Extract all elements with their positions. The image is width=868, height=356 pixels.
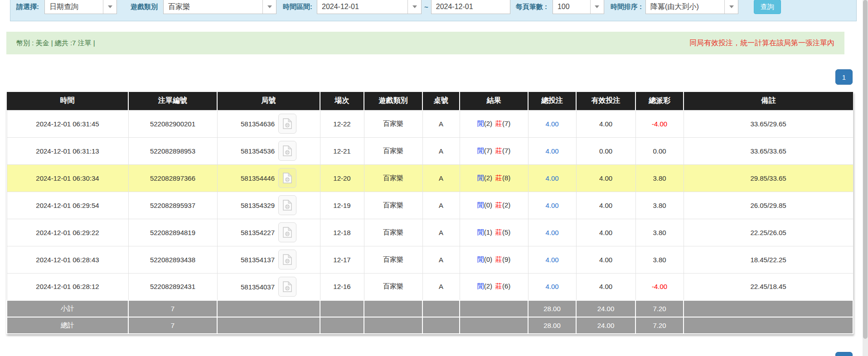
cell-valid-bet: 4.00 [576,110,635,137]
banker-result-label: 莊 [495,147,502,154]
video-replay-button[interactable] [278,277,296,297]
cell-table-number: A [422,219,460,246]
cell-valid-bet: 4.00 [576,273,635,300]
subtotal-valid-bet: 24.00 [576,300,635,317]
game-type-select[interactable]: 百家樂 [163,0,276,14]
cell-remark: 22.45/18.45 [684,273,853,300]
cell-result: 閒(2)莊(8) [460,164,528,192]
chevron-down-icon [590,0,604,14]
video-replay-button[interactable] [278,222,296,242]
header-payout: 總派彩 [635,92,684,110]
video-replay-button[interactable] [278,141,296,161]
cell-payout: 3.80 [635,219,684,246]
player-result-value: (2) [484,282,492,290]
cell-round-number: 581354137 [217,246,320,273]
cell-table-number: A [422,110,460,137]
scrollbar-thumb[interactable] [863,0,868,339]
total-bet-link[interactable]: 4.00 [545,229,558,236]
banker-result-label: 莊 [495,174,502,182]
cell-game-type: 百家樂 [364,273,422,300]
video-replay-button[interactable] [278,168,296,188]
cell-remark: 29.85/33.65 [684,164,853,192]
round-number: 581354037 [241,283,275,290]
cell-bet-number: 522082898953 [128,137,217,164]
total-bet-link[interactable]: 4.00 [545,256,558,264]
round-number: 581354329 [241,202,275,209]
cell-payout: 0.00 [635,137,684,164]
cell-table-number: A [422,246,460,273]
cell-bet-number: 522082895937 [128,192,217,219]
page-size-label: 每頁筆數 : [516,3,547,11]
round-number: 581354636 [241,120,275,128]
date-to-value: 2024-12-01 [432,0,510,14]
cell-session: 12-17 [320,246,364,273]
cell-valid-bet: 4.00 [576,219,635,246]
grand-total-payout: 7.20 [635,317,684,334]
total-bet-link[interactable]: 4.00 [545,202,558,209]
cell-session: 12-22 [320,110,364,137]
query-type-select[interactable]: 日期查詢 [44,0,117,14]
cell-game-type: 百家樂 [364,246,422,273]
table-footer: 小計 7 28.00 24.00 7.20 總計 7 28.00 24.00 7… [7,300,853,334]
cell-result: 閒(1)莊(5) [460,219,528,246]
header-bet-number: 注單編號 [128,92,217,110]
cell-round-number: 581354636 [217,110,320,137]
cell-valid-bet: 0.00 [576,137,635,164]
banker-result-label: 莊 [495,228,502,236]
banker-result-label: 莊 [495,255,502,263]
cell-payout: 3.80 [635,192,684,219]
cell-payout: -4.00 [635,110,684,137]
date-to-input[interactable]: 2024-12-01 [431,0,510,14]
total-bet-link[interactable]: 4.00 [545,283,558,290]
cell-bet-number: 522082897366 [128,164,217,192]
player-result-value: (0) [484,201,492,209]
cell-total-bet: 4.00 [528,110,576,137]
table-row: 2024-12-01 06:31:13 522082898953 5813545… [7,137,853,164]
banker-result-value: (9) [502,255,510,263]
banker-result-value: (2) [502,201,510,209]
pagination-bottom: 1 [835,352,853,356]
page-1-button[interactable]: 1 [835,352,853,356]
date-from-value: 2024-12-01 [317,0,407,14]
range-tilde: ~ [424,3,428,11]
video-file-icon [283,254,292,265]
banker-result-value: (7) [502,147,510,154]
player-result-label: 閒 [477,120,484,127]
page-1-button[interactable]: 1 [835,69,853,85]
pagination-top: 1 [835,69,853,85]
cell-total-bet: 4.00 [528,246,576,273]
total-bet-link[interactable]: 4.00 [545,120,558,128]
total-bet-link[interactable]: 4.00 [545,174,558,182]
video-file-icon [283,145,292,156]
cell-payout: -4.00 [635,273,684,300]
table-row: 2024-12-01 06:31:45 522082900201 5813546… [7,110,853,137]
total-bet-link[interactable]: 4.00 [545,147,558,155]
date-from-input[interactable]: 2024-12-01 [317,0,422,14]
scrollbar[interactable] [863,0,868,356]
time-order-label: 時間排序 : [611,3,642,11]
subtotal-count: 7 [128,300,217,317]
cell-time: 2024-12-01 06:29:22 [7,219,128,246]
cell-valid-bet: 4.00 [576,192,635,219]
video-replay-button[interactable] [278,195,296,215]
query-button[interactable]: 查詢 [754,0,781,14]
cell-payout: 3.80 [635,164,684,192]
video-replay-button[interactable] [278,250,296,269]
time-order-select[interactable]: 降冪(由大到小) [645,0,738,14]
table-row: 2024-12-01 06:30:34 522082897366 5813544… [7,164,853,192]
cell-round-number: 581354536 [217,137,320,164]
cell-remark: 26.05/29.85 [684,192,853,219]
page-size-select[interactable]: 100 [553,0,604,14]
page-size-value: 100 [553,0,590,14]
video-replay-button[interactable] [278,114,296,134]
banker-result-value: (6) [502,282,510,290]
table-row: 2024-12-01 06:28:43 522082893438 5813541… [7,246,853,273]
cell-result: 閒(2)莊(7) [460,110,528,137]
cell-total-bet: 4.00 [528,192,576,219]
round-number: 581354446 [241,174,275,182]
header-table-number: 桌號 [422,92,460,110]
chevron-down-icon [262,0,276,14]
cell-round-number: 581354037 [217,273,320,300]
header-game-type: 遊戲類別 [364,92,422,110]
header-time: 時間 [7,92,128,110]
